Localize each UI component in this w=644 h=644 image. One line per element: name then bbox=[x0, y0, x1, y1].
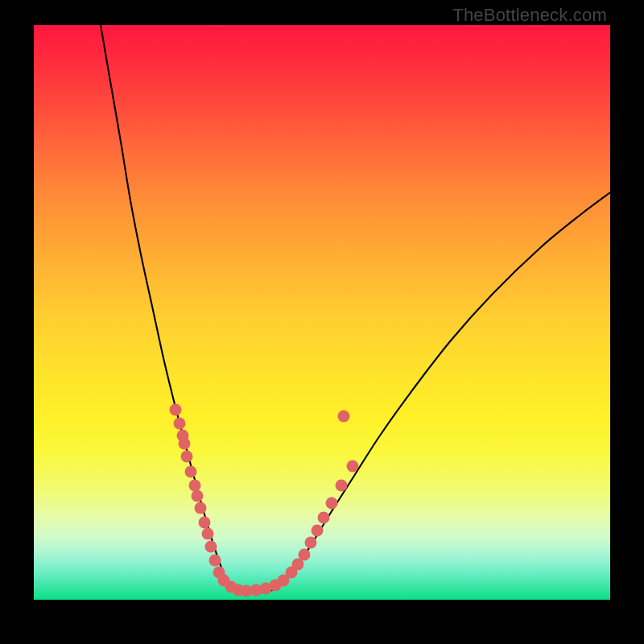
scatter-dot bbox=[299, 549, 311, 561]
scatter-dot bbox=[174, 418, 186, 430]
chart-svg bbox=[34, 25, 610, 600]
scatter-dot bbox=[336, 480, 348, 492]
scatter-dot bbox=[326, 497, 338, 510]
scatter-dot bbox=[189, 480, 201, 492]
scatter-dot bbox=[205, 541, 217, 553]
scatter-dot bbox=[338, 411, 350, 423]
scatter-dot bbox=[347, 460, 359, 473]
scatter-dot bbox=[179, 438, 191, 450]
scatter-dot bbox=[192, 490, 204, 502]
scatter-dot bbox=[195, 502, 207, 514]
scatter-dot bbox=[312, 525, 324, 537]
plot-area bbox=[34, 25, 610, 600]
scatter-dot bbox=[305, 537, 317, 549]
watermark-text: TheBottleneck.com bbox=[452, 5, 607, 26]
scatter-dot bbox=[170, 404, 182, 416]
bottleneck-curve bbox=[101, 25, 610, 592]
scatter-dot bbox=[318, 512, 330, 524]
scatter-dot bbox=[181, 451, 193, 463]
scatter-dot bbox=[185, 466, 197, 478]
scatter-dot bbox=[199, 517, 211, 529]
scatter-dots bbox=[170, 404, 359, 597]
scatter-dot bbox=[209, 555, 221, 567]
scatter-dot bbox=[202, 528, 214, 540]
